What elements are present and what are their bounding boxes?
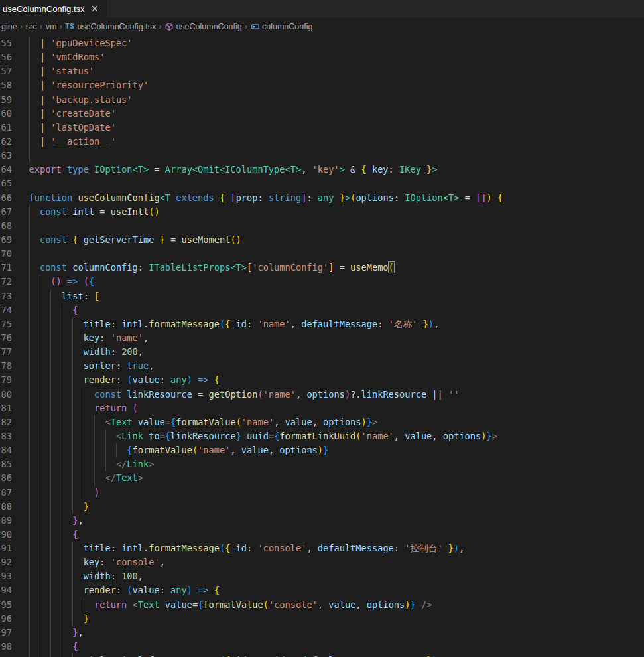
line-number: 84	[0, 443, 12, 457]
code-line: 92 key: 'console',	[0, 555, 644, 569]
line-number: 83	[0, 429, 12, 443]
code-text: | 'resourcePriority'	[29, 78, 149, 92]
breadcrumb-item-src[interactable]: src	[26, 22, 37, 31]
tab-close-icon[interactable]: ×	[91, 4, 99, 14]
line-number: 56	[0, 50, 12, 64]
code-line: 72 () => ({	[0, 275, 644, 289]
code-line: 68	[0, 219, 644, 233]
tab-useColumnConfig[interactable]: useColumnConfig.tsx ×	[0, 0, 107, 18]
code-line: 58 | 'resourcePriority'	[0, 78, 644, 92]
line-number: 92	[0, 555, 12, 569]
line-number: 77	[0, 345, 12, 359]
code-text: list: [	[29, 289, 100, 303]
line-number: 73	[0, 289, 12, 303]
code-line: 74 {	[0, 303, 644, 317]
code-line: 97 },	[0, 626, 644, 640]
code-line: 98 {	[0, 640, 644, 654]
line-number: 63	[0, 149, 12, 163]
code-text: render: (value: any) => {	[29, 583, 220, 597]
line-number: 58	[0, 78, 12, 92]
line-number: 79	[0, 373, 12, 387]
code-line: 96 }	[0, 612, 644, 626]
line-number: 85	[0, 457, 12, 471]
code-text: <Link to={linkResource} uuid={formatLink…	[29, 429, 497, 443]
code-text: render: (value: any) => {	[29, 373, 220, 387]
line-number: 71	[0, 261, 12, 275]
tab-bar: useColumnConfig.tsx ×	[0, 0, 644, 18]
code-line: 66function useColumnConfig<T extends { […	[0, 191, 644, 205]
code-line: 65	[0, 177, 644, 190]
code-text: {	[29, 640, 78, 654]
line-number: 98	[0, 640, 12, 654]
breadcrumb-item-vm[interactable]: vm	[46, 22, 57, 31]
code-line: 99 title: intl.formatMessage({ id: 'uuid…	[0, 654, 644, 657]
code-text: title: intl.formatMessage({ id: 'console…	[29, 542, 465, 555]
breadcrumb-item-columnConfig[interactable]: columnConfig	[251, 22, 312, 31]
line-number: 68	[0, 219, 12, 233]
code-line: 89 },	[0, 514, 644, 528]
code-line: 93 width: 100,	[0, 569, 644, 583]
ts-icon: TS	[66, 23, 75, 30]
code-line: 59 | 'backup.status'	[0, 93, 644, 107]
line-number: 59	[0, 93, 12, 107]
line-number: 90	[0, 528, 12, 542]
code-text: sorter: true,	[29, 359, 155, 373]
code-text: | 'status'	[29, 64, 95, 78]
code-text: title: intl.formatMessage({ id: 'uuid', …	[29, 654, 438, 657]
code-text: () => ({	[29, 275, 95, 289]
line-number: 82	[0, 415, 12, 429]
code-line: 78 sorter: true,	[0, 359, 644, 373]
line-number: 64	[0, 163, 12, 177]
code-line: 85 </Link>	[0, 457, 644, 471]
code-text: | 'backup.status'	[29, 93, 133, 107]
code-text: | '__action__'	[29, 135, 116, 149]
line-number: 72	[0, 275, 12, 289]
line-number: 99	[0, 654, 12, 657]
code-text: {	[29, 303, 78, 317]
line-number: 61	[0, 121, 12, 135]
code-line: 90 {	[0, 528, 644, 542]
line-number: 95	[0, 598, 12, 612]
code-line: 86 </Text>	[0, 471, 644, 485]
line-number: 75	[0, 317, 12, 331]
code-line: 73 list: [	[0, 289, 644, 303]
line-number: 88	[0, 500, 12, 514]
code-line: 56 | 'vmCdRoms'	[0, 50, 644, 64]
code-line: 64export type IOption<T> = Array<Omit<IC…	[0, 163, 644, 177]
code-text: return <Text value={formatValue('console…	[29, 598, 432, 612]
code-line: 91 title: intl.formatMessage({ id: 'cons…	[0, 542, 644, 555]
line-number: 78	[0, 359, 12, 373]
code-text: const intl = useIntl()	[29, 205, 160, 219]
code-line: 70	[0, 247, 644, 261]
breadcrumb-item-gine[interactable]: gine	[1, 22, 17, 31]
code-editor[interactable]: 55 | 'gpuDeviceSpec'56 | 'vmCdRoms'57 | …	[0, 35, 644, 657]
line-number: 67	[0, 205, 12, 219]
code-text: width: 100,	[29, 569, 143, 583]
breadcrumb-item-useColumnConfig[interactable]: useColumnConfig	[164, 22, 241, 31]
code-text: </Text>	[29, 471, 144, 485]
breadcrumb-item-useColumnConfig.tsx[interactable]: TSuseColumnConfig.tsx	[66, 22, 157, 31]
breadcrumb-separator: ›	[59, 21, 62, 31]
line-number: 74	[0, 303, 12, 317]
code-line: 60 | 'createDate'	[0, 107, 644, 121]
line-number: 96	[0, 612, 12, 626]
code-text: const columnConfig: ITableListProps<T>['…	[29, 261, 394, 275]
code-line: 84 {formatValue('name', value, options)}	[0, 443, 644, 457]
breadcrumb-label: src	[26, 22, 37, 31]
breadcrumb-label: useColumnConfig.tsx	[77, 22, 156, 31]
code-text: title: intl.formatMessage({ id: 'name', …	[29, 317, 440, 331]
breadcrumb-label: vm	[46, 22, 57, 31]
code-text: </Link>	[29, 457, 155, 471]
line-number: 57	[0, 64, 12, 78]
code-line: 94 render: (value: any) => {	[0, 583, 644, 597]
code-line: 79 render: (value: any) => {	[0, 373, 644, 387]
code-text: function useColumnConfig<T extends { [pr…	[29, 191, 503, 205]
code-line: 87 )	[0, 486, 644, 500]
line-number: 76	[0, 331, 12, 345]
code-text: | 'gpuDeviceSpec'	[29, 36, 133, 50]
code-line: 80 const linkResource = getOption('name'…	[0, 388, 644, 402]
code-text: },	[29, 514, 84, 528]
code-text: }	[29, 612, 89, 626]
indent-guide	[29, 219, 30, 233]
line-number: 93	[0, 569, 12, 583]
